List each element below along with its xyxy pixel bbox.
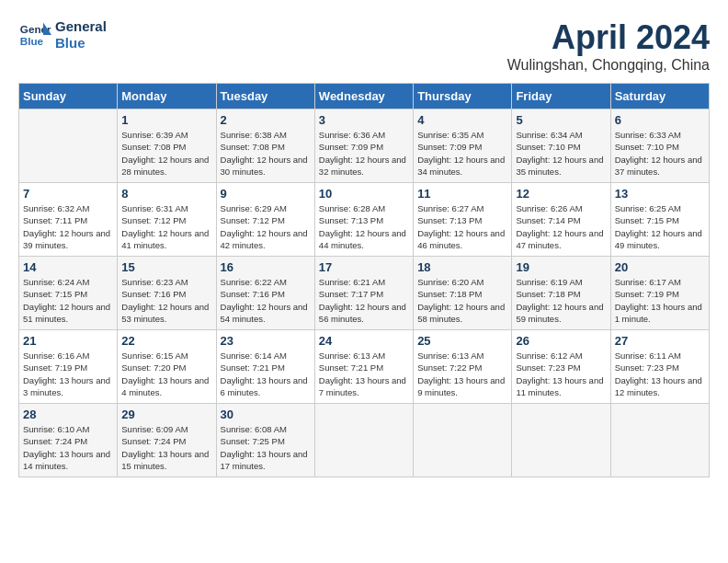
day-header-monday: Monday (118, 84, 216, 109)
calendar-day-21: 21Sunrise: 6:16 AMSunset: 7:19 PMDayligh… (19, 330, 118, 404)
calendar-day-empty (610, 404, 709, 477)
day-number: 27 (615, 334, 705, 348)
calendar-day-25: 25Sunrise: 6:13 AMSunset: 7:22 PMDayligh… (414, 330, 512, 404)
day-number: 29 (121, 408, 211, 421)
day-header-sunday: Sunday (19, 84, 118, 109)
day-info: Sunrise: 6:39 AMSunset: 7:08 PMDaylight:… (121, 129, 211, 178)
day-info: Sunrise: 6:16 AMSunset: 7:19 PMDaylight:… (23, 350, 113, 398)
day-info: Sunrise: 6:31 AMSunset: 7:12 PMDaylight:… (121, 202, 211, 251)
calendar-day-23: 23Sunrise: 6:14 AMSunset: 7:21 PMDayligh… (216, 330, 314, 404)
calendar-day-19: 19Sunrise: 6:19 AMSunset: 7:18 PMDayligh… (512, 257, 610, 330)
day-info: Sunrise: 6:20 AMSunset: 7:18 PMDaylight:… (417, 276, 507, 325)
calendar-day-9: 9Sunrise: 6:29 AMSunset: 7:12 PMDaylight… (216, 183, 314, 257)
day-info: Sunrise: 6:27 AMSunset: 7:13 PMDaylight:… (417, 202, 507, 251)
day-info: Sunrise: 6:38 AMSunset: 7:08 PMDaylight:… (221, 129, 311, 178)
day-info: Sunrise: 6:21 AMSunset: 7:17 PMDaylight:… (319, 276, 409, 325)
calendar-day-6: 6Sunrise: 6:33 AMSunset: 7:10 PMDaylight… (610, 109, 709, 183)
day-number: 28 (23, 408, 113, 421)
calendar-day-4: 4Sunrise: 6:35 AMSunset: 7:09 PMDaylight… (414, 109, 512, 183)
day-number: 25 (417, 334, 507, 348)
day-number: 9 (221, 187, 311, 201)
calendar-day-15: 15Sunrise: 6:23 AMSunset: 7:16 PMDayligh… (118, 257, 216, 330)
calendar-day-20: 20Sunrise: 6:17 AMSunset: 7:19 PMDayligh… (610, 257, 709, 330)
calendar-day-30: 30Sunrise: 6:08 AMSunset: 7:25 PMDayligh… (216, 404, 314, 477)
calendar-day-14: 14Sunrise: 6:24 AMSunset: 7:15 PMDayligh… (19, 257, 118, 330)
day-number: 16 (221, 260, 311, 274)
calendar-week-row: 14Sunrise: 6:24 AMSunset: 7:15 PMDayligh… (19, 257, 710, 330)
calendar-day-1: 1Sunrise: 6:39 AMSunset: 7:08 PMDaylight… (118, 109, 216, 183)
day-number: 3 (319, 113, 409, 127)
day-number: 30 (221, 408, 311, 421)
day-header-tuesday: Tuesday (216, 84, 314, 109)
location-title: Wulingshan, Chongqing, China (507, 57, 710, 74)
day-info: Sunrise: 6:09 AMSunset: 7:24 PMDaylight:… (121, 423, 211, 472)
day-number: 1 (121, 113, 211, 127)
day-info: Sunrise: 6:35 AMSunset: 7:09 PMDaylight:… (417, 129, 507, 178)
logo: General Blue General Blue (18, 18, 107, 52)
calendar-day-empty (19, 109, 118, 183)
day-number: 10 (319, 187, 409, 201)
calendar-week-row: 28Sunrise: 6:10 AMSunset: 7:24 PMDayligh… (19, 404, 710, 477)
title-block: April 2024 Wulingshan, Chongqing, China (507, 18, 710, 74)
day-info: Sunrise: 6:32 AMSunset: 7:11 PMDaylight:… (23, 202, 113, 251)
day-number: 23 (221, 334, 311, 348)
day-info: Sunrise: 6:10 AMSunset: 7:24 PMDaylight:… (23, 423, 113, 472)
calendar-week-row: 1Sunrise: 6:39 AMSunset: 7:08 PMDaylight… (19, 109, 710, 183)
calendar-day-2: 2Sunrise: 6:38 AMSunset: 7:08 PMDaylight… (216, 109, 314, 183)
calendar-day-26: 26Sunrise: 6:12 AMSunset: 7:23 PMDayligh… (512, 330, 610, 404)
day-number: 26 (516, 334, 606, 348)
calendar-day-empty (512, 404, 610, 477)
calendar-day-16: 16Sunrise: 6:22 AMSunset: 7:16 PMDayligh… (216, 257, 314, 330)
day-info: Sunrise: 6:13 AMSunset: 7:22 PMDaylight:… (417, 350, 507, 398)
day-info: Sunrise: 6:36 AMSunset: 7:09 PMDaylight:… (319, 129, 409, 178)
day-info: Sunrise: 6:22 AMSunset: 7:16 PMDaylight:… (221, 276, 311, 325)
calendar-day-8: 8Sunrise: 6:31 AMSunset: 7:12 PMDaylight… (118, 183, 216, 257)
day-info: Sunrise: 6:29 AMSunset: 7:12 PMDaylight:… (221, 202, 311, 251)
day-number: 7 (23, 187, 113, 201)
day-number: 15 (121, 260, 211, 274)
day-info: Sunrise: 6:13 AMSunset: 7:21 PMDaylight:… (319, 350, 409, 398)
calendar-day-3: 3Sunrise: 6:36 AMSunset: 7:09 PMDaylight… (314, 109, 413, 183)
day-number: 4 (417, 113, 507, 127)
day-number: 22 (121, 334, 211, 348)
day-number: 24 (319, 334, 409, 348)
day-info: Sunrise: 6:33 AMSunset: 7:10 PMDaylight:… (615, 129, 705, 178)
calendar-day-28: 28Sunrise: 6:10 AMSunset: 7:24 PMDayligh… (19, 404, 118, 477)
day-number: 21 (23, 334, 113, 348)
day-number: 13 (615, 187, 705, 201)
day-number: 17 (319, 260, 409, 274)
day-info: Sunrise: 6:25 AMSunset: 7:15 PMDaylight:… (615, 202, 705, 251)
day-number: 20 (615, 260, 705, 274)
day-info: Sunrise: 6:28 AMSunset: 7:13 PMDaylight:… (319, 202, 409, 251)
day-number: 11 (417, 187, 507, 201)
calendar-day-11: 11Sunrise: 6:27 AMSunset: 7:13 PMDayligh… (414, 183, 512, 257)
calendar-table: SundayMondayTuesdayWednesdayThursdayFrid… (18, 83, 710, 477)
calendar-week-row: 7Sunrise: 6:32 AMSunset: 7:11 PMDaylight… (19, 183, 710, 257)
calendar-week-row: 21Sunrise: 6:16 AMSunset: 7:19 PMDayligh… (19, 330, 710, 404)
day-number: 8 (121, 187, 211, 201)
day-info: Sunrise: 6:23 AMSunset: 7:16 PMDaylight:… (121, 276, 211, 325)
day-number: 6 (615, 113, 705, 127)
calendar-day-13: 13Sunrise: 6:25 AMSunset: 7:15 PMDayligh… (610, 183, 709, 257)
calendar-day-17: 17Sunrise: 6:21 AMSunset: 7:17 PMDayligh… (314, 257, 413, 330)
page-header: General Blue General Blue April 2024 Wul… (18, 18, 710, 74)
day-header-friday: Friday (512, 84, 610, 109)
day-info: Sunrise: 6:12 AMSunset: 7:23 PMDaylight:… (516, 350, 606, 398)
day-info: Sunrise: 6:19 AMSunset: 7:18 PMDaylight:… (516, 276, 606, 325)
calendar-day-27: 27Sunrise: 6:11 AMSunset: 7:23 PMDayligh… (610, 330, 709, 404)
day-number: 19 (516, 260, 606, 274)
calendar-header-row: SundayMondayTuesdayWednesdayThursdayFrid… (19, 84, 710, 109)
day-number: 5 (516, 113, 606, 127)
day-info: Sunrise: 6:24 AMSunset: 7:15 PMDaylight:… (23, 276, 113, 325)
day-info: Sunrise: 6:17 AMSunset: 7:19 PMDaylight:… (615, 276, 705, 325)
calendar-day-29: 29Sunrise: 6:09 AMSunset: 7:24 PMDayligh… (118, 404, 216, 477)
month-title: April 2024 (507, 18, 710, 57)
day-info: Sunrise: 6:14 AMSunset: 7:21 PMDaylight:… (221, 350, 311, 398)
logo-subtext: Blue (55, 35, 107, 52)
calendar-day-18: 18Sunrise: 6:20 AMSunset: 7:18 PMDayligh… (414, 257, 512, 330)
calendar-day-5: 5Sunrise: 6:34 AMSunset: 7:10 PMDaylight… (512, 109, 610, 183)
day-header-saturday: Saturday (610, 84, 709, 109)
calendar-day-10: 10Sunrise: 6:28 AMSunset: 7:13 PMDayligh… (314, 183, 413, 257)
day-header-thursday: Thursday (414, 84, 512, 109)
day-info: Sunrise: 6:11 AMSunset: 7:23 PMDaylight:… (615, 350, 705, 398)
